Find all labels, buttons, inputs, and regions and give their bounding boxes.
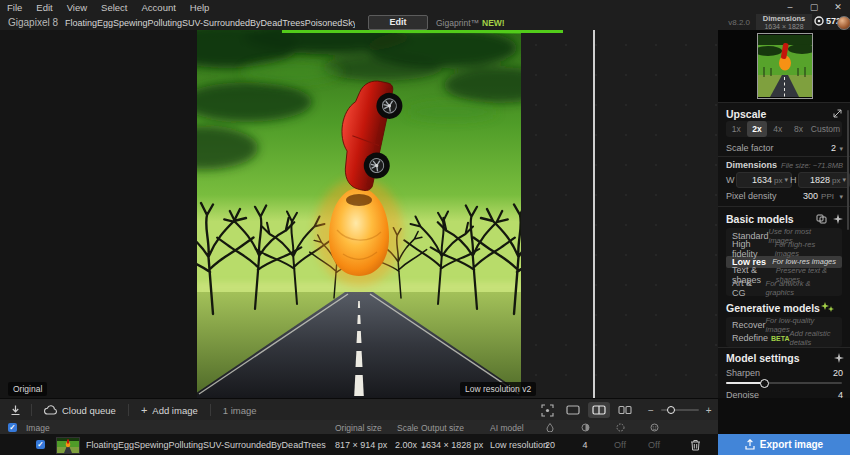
add-image-label: Add image	[152, 405, 197, 416]
file-size-label: File size: ~71.8MB	[781, 161, 843, 170]
bottom-toolbar: Cloud queue + Add image 1 image − +	[0, 398, 718, 421]
scale-custom-button[interactable]: Custom	[809, 121, 842, 137]
chevron-down-icon: ▾	[842, 176, 846, 184]
menu-account[interactable]: Account	[135, 2, 183, 13]
preview-canvas[interactable]: Original Low resolution v2	[0, 30, 718, 398]
pixel-density-value[interactable]: 300	[803, 191, 818, 201]
collapse-queue-button[interactable]	[0, 399, 31, 421]
split-view-icon[interactable]	[588, 402, 610, 418]
single-view-icon[interactable]	[562, 402, 584, 418]
model-desc: For high-res images	[775, 240, 836, 258]
processing-progress-bar	[282, 30, 563, 33]
scale-8x-button[interactable]: 8x	[788, 121, 809, 137]
col-output-size: Output size	[421, 423, 464, 433]
col-ai-model: AI model	[490, 423, 524, 433]
delete-row-icon[interactable]	[690, 439, 701, 451]
width-unit: px	[774, 176, 782, 185]
add-image-button[interactable]: + Add image	[129, 399, 210, 421]
select-all-checkbox[interactable]: ✓	[8, 423, 17, 432]
denoise-column-icon	[581, 423, 590, 432]
preview-region-icon[interactable]	[536, 402, 558, 418]
model-desc: Add realistic details	[790, 329, 836, 347]
face-recovery-column-icon	[650, 423, 659, 432]
dimensions-value: 1634 × 1828	[756, 23, 812, 30]
row-checkbox[interactable]: ✓	[36, 440, 45, 449]
app-name: Gigapixel 8	[8, 17, 58, 28]
original-pane-label: Original	[8, 382, 47, 396]
arrow-down-bar-icon	[10, 405, 21, 416]
model-browser-icon[interactable]	[816, 214, 827, 224]
width-value: 1634	[752, 175, 772, 185]
cloud-queue-label: Cloud queue	[62, 405, 116, 416]
maximize-icon[interactable]: ▢	[802, 2, 826, 12]
basic-models-list: Standard Use for most images High fideli…	[726, 228, 842, 296]
scale-1x-button[interactable]: 1x	[726, 121, 747, 137]
height-label: H	[790, 175, 797, 185]
zoom-in-icon[interactable]: +	[706, 405, 712, 416]
sharpen-slider[interactable]	[726, 382, 842, 384]
model-name: RedefineBETA	[732, 333, 790, 343]
zoom-slider[interactable]	[661, 409, 699, 411]
menu-select[interactable]: Select	[94, 2, 134, 13]
model-redefine[interactable]: RedefineBETA Add realistic details	[726, 332, 842, 345]
cloud-icon	[44, 405, 57, 415]
chevron-down-icon: ▾	[839, 193, 843, 201]
preview-pane-label: Low resolution v2	[460, 382, 536, 396]
menu-edit[interactable]: Edit	[29, 2, 59, 13]
close-icon[interactable]: ✕	[826, 2, 850, 12]
model-name: Art & CG	[732, 278, 766, 298]
auto-select-sparkle-icon[interactable]	[833, 214, 843, 224]
compression-column-icon	[616, 423, 625, 432]
export-label: Export image	[760, 439, 823, 450]
dimensions-label: Dimensions	[756, 15, 812, 23]
scale-factor-value[interactable]: 2	[831, 143, 836, 153]
scale-2x-button[interactable]: 2x	[747, 121, 768, 137]
scale-4x-button[interactable]: 4x	[767, 121, 788, 137]
model-settings-title: Model settings	[726, 352, 800, 364]
export-image-button[interactable]: Export image	[718, 434, 850, 455]
navigator[interactable]	[718, 30, 850, 103]
model-high-fidelity[interactable]: High fidelity For high-res images	[726, 243, 842, 256]
menu-file[interactable]: File	[0, 2, 29, 13]
plus-icon: +	[141, 404, 147, 416]
pixel-density-label: Pixel density	[726, 191, 777, 201]
queue-table-row[interactable]: ✓ FloatingEggSpewingPollutingSUV-Surroun…	[0, 434, 718, 455]
basic-models-title: Basic models	[726, 213, 794, 225]
menu-view[interactable]: View	[60, 2, 94, 13]
minimize-icon[interactable]: –	[778, 2, 802, 12]
split-view-divider[interactable]	[593, 30, 595, 398]
avatar[interactable]	[837, 16, 850, 30]
chevron-down-icon: ▾	[784, 176, 788, 184]
menu-bar: File Edit View Select Account Help – ▢ ✕	[0, 0, 850, 14]
gigaprint-link[interactable]: Gigaprint™NEW!	[436, 18, 505, 28]
navigator-thumbnail	[757, 33, 813, 99]
menu-help[interactable]: Help	[183, 2, 217, 13]
open-file-name: FloatingEggSpewingPollutingSUV-Surrounde…	[65, 18, 355, 28]
cloud-queue-button[interactable]: Cloud queue	[32, 399, 128, 421]
col-image: Image	[26, 423, 50, 433]
generative-models-title: Generative models	[726, 302, 820, 314]
panel-scrollbar[interactable]	[847, 110, 850, 230]
zoom-out-icon[interactable]: −	[648, 405, 654, 416]
dimensions-section-label: Dimensions	[726, 160, 777, 170]
model-name: Recover	[732, 320, 766, 330]
model-art-cg[interactable]: Art & CG For artwork & graphics	[726, 281, 842, 294]
processed-preview-pane	[521, 30, 718, 398]
row-thumbnail	[56, 437, 80, 454]
height-input[interactable]: 1828 px ▾	[798, 172, 850, 188]
export-zone-background	[718, 398, 850, 434]
side-by-side-view-icon[interactable]	[614, 402, 636, 418]
height-value: 1828	[810, 175, 830, 185]
pixel-density-unit: PPI	[821, 192, 834, 201]
row-sharpen: 20	[538, 440, 562, 450]
export-icon	[745, 439, 755, 450]
dimensions-dropdown[interactable]: Dimensions 1634 × 1828	[756, 14, 812, 30]
settings-sparkle-icon[interactable]	[834, 353, 844, 363]
resize-icon[interactable]	[832, 108, 843, 119]
height-unit: px	[832, 176, 840, 185]
zoom-slider-knob[interactable]	[667, 406, 675, 414]
width-input[interactable]: 1634 px ▾	[736, 172, 792, 188]
upscale-title: Upscale	[726, 108, 766, 120]
generative-sparkles-icon	[821, 302, 834, 313]
edit-button[interactable]: Edit	[368, 15, 428, 30]
